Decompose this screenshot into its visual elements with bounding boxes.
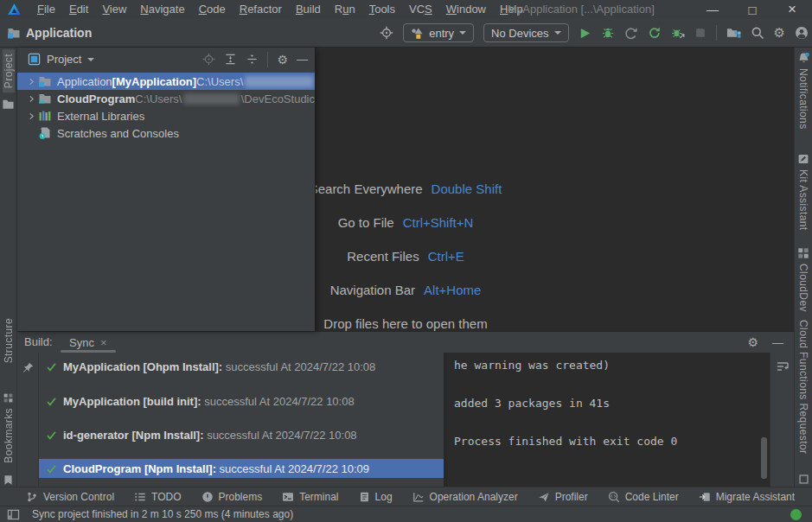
menu-run[interactable]: Run	[328, 0, 362, 19]
project-panel-actions: ⚙ —	[202, 48, 308, 71]
menu-bar: FileEditViewNavigateCodeRefactorBuildRun…	[30, 0, 530, 19]
tool-window-square-icon[interactable]	[795, 474, 812, 485]
structure-icon[interactable]	[0, 392, 16, 404]
stripe-clouddev-button[interactable]: CloudDev	[795, 264, 812, 312]
maximize-icon[interactable]: □	[732, 0, 772, 19]
menu-vcs[interactable]: VCS	[402, 0, 439, 19]
project-tree-row[interactable]: Application [MyApplication] C:\Users\	[17, 73, 315, 90]
project-tree-row[interactable]: Scratches and Consoles	[17, 124, 315, 142]
menu-window[interactable]: Window	[439, 0, 493, 19]
menu-build[interactable]: Build	[289, 0, 328, 19]
bottombar-operation-analyzer[interactable]: Operation Analyzer	[412, 491, 518, 503]
project-panel-title[interactable]: Project	[47, 53, 81, 66]
stripe-bookmarks-button[interactable]: Bookmarks	[0, 408, 16, 463]
chevron-down-icon[interactable]	[87, 58, 94, 61]
profiler-icon[interactable]	[624, 26, 638, 40]
layout-toggle-icon[interactable]	[7, 509, 20, 520]
menu-navigate[interactable]: Navigate	[133, 0, 191, 19]
project-name-widget[interactable]: Application	[7, 19, 92, 47]
build-task-row[interactable]: id-generator [Npm Install]: successful A…	[39, 425, 444, 444]
stripe-cloud-functions-button[interactable]: Cloud Functions Requestor	[795, 320, 812, 454]
build-task-row[interactable]: MyApplication [build init]: successful A…	[39, 392, 444, 411]
build-task-row[interactable]: MyApplication [Ohpm Install]: successful…	[39, 357, 444, 376]
bookmark-icon[interactable]	[0, 474, 16, 486]
menu-file[interactable]: File	[30, 0, 62, 19]
tab-sync-label: Sync	[69, 336, 94, 349]
rerun-icon[interactable]	[648, 26, 662, 40]
menu-edit[interactable]: Edit	[62, 0, 95, 19]
build-tree: MyApplication [Ohpm Install]: successful…	[39, 353, 444, 487]
menu-code[interactable]: Code	[192, 0, 233, 19]
debug-icon[interactable]	[601, 26, 615, 40]
redacted-text	[245, 76, 313, 87]
stop-icon[interactable]	[694, 27, 707, 39]
kit-assistant-icon[interactable]	[795, 153, 812, 165]
chevron-right-icon[interactable]	[24, 111, 38, 121]
clouddev-icon[interactable]	[795, 247, 812, 259]
notifications-bell-icon[interactable]	[795, 52, 812, 65]
console-line: he warning was created)	[454, 359, 610, 372]
run-config-select[interactable]: entry	[403, 23, 474, 42]
status-bar: Sync project finished in 2 m 10 s 250 ms…	[0, 506, 812, 522]
panel-separator	[267, 52, 268, 67]
console-scrollbar[interactable]	[761, 437, 767, 479]
stripe-notifications-button[interactable]: Notifications	[795, 68, 812, 130]
settings-gear-icon[interactable]: ⚙	[774, 26, 785, 40]
collapse-all-icon[interactable]	[246, 53, 259, 66]
bottombar-code-linter[interactable]: Code Linter	[608, 491, 679, 503]
expand-all-icon[interactable]	[224, 53, 237, 66]
build-task-name: CloudProgram	[63, 462, 144, 475]
build-task-text: MyApplication [Ohpm Install]: successful…	[63, 360, 375, 373]
build-panel-actions: ⚙ —	[747, 332, 783, 353]
project-tree-row[interactable]: CloudProgram C:\Users\\DevEcoStudic	[17, 90, 315, 107]
minimize-icon[interactable]: —	[693, 0, 732, 19]
project-structure-icon[interactable]	[726, 26, 741, 40]
stripe-project-label: Project	[3, 49, 15, 92]
menu-tools[interactable]: Tools	[362, 0, 402, 19]
linter-icon	[608, 491, 620, 503]
bottombar-profiler[interactable]: Profiler	[538, 491, 588, 503]
device-select[interactable]: No Devices	[483, 23, 568, 42]
hide-panel-icon[interactable]: —	[297, 53, 308, 66]
menu-refactor[interactable]: Refactor	[233, 0, 289, 19]
shortcut-action-label: Navigation Bar	[330, 283, 415, 297]
console-line: added 3 packages in 41s	[454, 397, 610, 410]
target-icon[interactable]	[380, 26, 393, 40]
pin-icon[interactable]	[22, 361, 35, 374]
panel-gear-icon[interactable]: ⚙	[277, 53, 288, 67]
run-icon[interactable]	[579, 27, 591, 40]
locate-icon[interactable]	[202, 53, 215, 66]
debug-attach-icon[interactable]	[671, 26, 685, 40]
search-icon[interactable]	[751, 26, 764, 40]
tab-sync[interactable]: Sync ×	[61, 332, 116, 353]
soft-wrap-icon[interactable]	[776, 360, 790, 373]
stripe-folder-button[interactable]	[0, 98, 16, 111]
bottombar-migrate-assistant[interactable]: Migrate Assistant	[699, 491, 795, 503]
profile-icon[interactable]	[795, 26, 809, 40]
bottombar-terminal[interactable]: Terminal	[282, 491, 338, 503]
stripe-structure-label: Structure	[3, 318, 15, 363]
log-icon	[359, 491, 370, 503]
tree-row-text: C:\Users\	[135, 92, 182, 105]
menu-view[interactable]: View	[95, 0, 133, 19]
build-hide-icon[interactable]: —	[772, 336, 783, 349]
build-gear-icon[interactable]: ⚙	[747, 335, 758, 349]
stripe-kit-assistant-button[interactable]: Kit Assistant	[795, 169, 812, 231]
build-task-row[interactable]: CloudProgram [Npm Install]: successful A…	[39, 459, 444, 478]
project-tree-row[interactable]: External Libraries	[17, 107, 315, 124]
bottombar-item-label: TODO	[151, 491, 181, 503]
status-dot-icon[interactable]	[790, 509, 802, 520]
tab-close-icon[interactable]: ×	[100, 336, 107, 349]
build-task-name: MyApplication	[63, 395, 143, 408]
stripe-project-button[interactable]: Project	[0, 49, 16, 92]
bottombar-log[interactable]: Log	[359, 491, 393, 503]
bottombar-version-control[interactable]: Version Control	[26, 491, 114, 503]
bottombar-problems[interactable]: Problems	[201, 491, 263, 503]
chevron-right-icon[interactable]	[24, 94, 38, 104]
close-icon[interactable]: ×	[772, 0, 812, 19]
stripe-structure-button[interactable]: Structure	[0, 318, 16, 363]
bottombar-todo[interactable]: TODO	[134, 491, 181, 503]
console-line: Process finished with exit code 0	[454, 435, 677, 448]
build-task-status: successful At 2024/7/22 10:08	[204, 395, 354, 408]
chevron-right-icon[interactable]	[24, 77, 38, 86]
